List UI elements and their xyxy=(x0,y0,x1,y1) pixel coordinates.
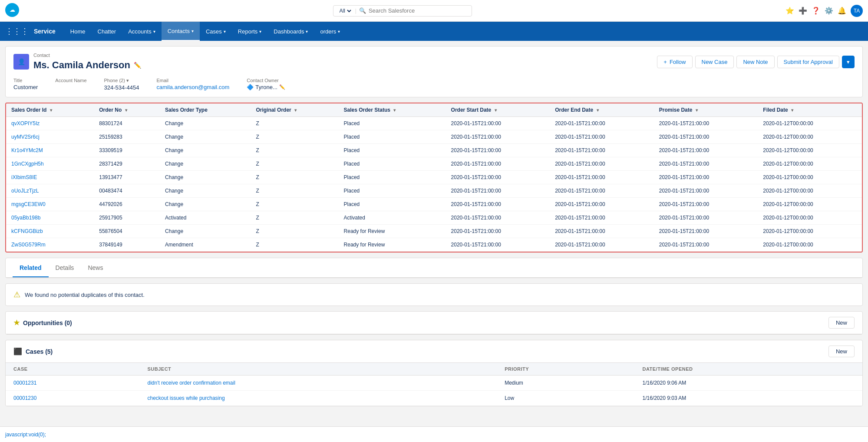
so-status-cell: Placed xyxy=(339,171,446,184)
accounts-chevron-icon: ▾ xyxy=(153,29,155,34)
favorites-icon[interactable]: ⭐ xyxy=(785,7,794,15)
cases-col-subject: SUBJECT xyxy=(139,363,497,376)
table-header-row: Sales Order Id ▾ Order No ▾ Sales Order … xyxy=(6,103,862,117)
so-end-cell: 2020-01-15T21:00:00 xyxy=(550,157,654,171)
field-account-name: Account Name xyxy=(55,78,86,91)
contact-fields: Title Customer Account Name Phone (2) ▾ … xyxy=(13,78,855,91)
so-id-cell[interactable]: ZwS0G579Rm xyxy=(6,238,94,252)
so-start-cell: 2020-01-15T21:00:00 xyxy=(446,198,550,211)
field-phone: Phone (2) ▾ 324-534-4454 xyxy=(104,78,139,91)
app-grid-icon[interactable]: ⋮⋮⋮ xyxy=(5,27,29,36)
contact-actions: + Follow New Case New Note Submit for Ap… xyxy=(657,56,855,68)
tab-news[interactable]: News xyxy=(81,258,110,277)
add-icon[interactable]: ➕ xyxy=(799,7,807,15)
so-id-cell[interactable]: uyMV2Sr6cj xyxy=(6,130,94,144)
new-note-button[interactable]: New Note xyxy=(736,56,774,68)
so-end-cell: 2020-01-15T21:00:00 xyxy=(550,130,654,144)
notifications-icon[interactable]: 🔔 xyxy=(838,7,846,15)
so-order-no-cell: 33309519 xyxy=(94,144,160,157)
so-id-cell[interactable]: kCFNGGBizb xyxy=(6,225,94,238)
owner-icon: 🔷 xyxy=(247,84,254,90)
bottom-link[interactable]: javascript:void(0); xyxy=(5,432,46,438)
opportunities-title: ★ Opportunities (0) xyxy=(13,319,72,327)
cases-chevron-icon: ▾ xyxy=(224,29,226,34)
table-row: Kr1o4YMc2M 33309519 Change Z Placed 2020… xyxy=(6,144,862,157)
avatar-initials: TA xyxy=(854,8,860,14)
opportunities-new-button[interactable]: New xyxy=(828,317,855,329)
cases-col-case: CASE xyxy=(6,363,139,376)
so-id-cell[interactable]: 1GnCXgpH5h xyxy=(6,157,94,171)
nav-item-dashboards[interactable]: Dashboards ▾ xyxy=(267,22,314,41)
cases-header-row: CASE SUBJECT PRIORITY DATE/TIME OPENED xyxy=(6,363,862,376)
search-scope-select[interactable]: All xyxy=(338,7,353,14)
col-filed-date[interactable]: Filed Date ▾ xyxy=(758,103,862,117)
help-icon[interactable]: ❓ xyxy=(812,7,820,15)
cases-icon: ⬛ xyxy=(13,347,22,356)
col-promise-date[interactable]: Promise Date ▾ xyxy=(654,103,758,117)
follow-button[interactable]: + Follow xyxy=(657,56,692,68)
so-order-no-cell: 37849149 xyxy=(94,238,160,252)
owner-name[interactable]: Tyrone... xyxy=(255,84,277,90)
salesforce-logo[interactable]: ☁ xyxy=(5,3,19,18)
so-filed-cell: 2020-01-12T00:00:00 xyxy=(758,198,862,211)
col-order-end-date[interactable]: Order End Date ▾ xyxy=(550,103,654,117)
nav-item-home[interactable]: Home xyxy=(64,22,92,41)
search-input[interactable] xyxy=(369,7,467,14)
col-order-no[interactable]: Order No ▾ xyxy=(94,103,160,117)
so-id-cell[interactable]: iXIbimS8IE xyxy=(6,171,94,184)
actions-dropdown-button[interactable]: ▾ xyxy=(842,56,855,68)
so-id-cell[interactable]: 05yaBb198b xyxy=(6,211,94,225)
dashboards-chevron-icon: ▾ xyxy=(306,29,308,34)
search-icon: 🔍 xyxy=(359,7,366,14)
so-status-cell: Placed xyxy=(339,198,446,211)
so-end-cell: 2020-01-15T21:00:00 xyxy=(550,144,654,157)
so-id-cell[interactable]: mgsgCE3EW0 xyxy=(6,198,94,211)
nav-item-cases[interactable]: Cases ▾ xyxy=(200,22,232,41)
so-start-cell: 2020-01-15T21:00:00 xyxy=(446,117,550,130)
col-order-start-date[interactable]: Order Start Date ▾ xyxy=(446,103,550,117)
phone-dropdown-icon[interactable]: ▾ xyxy=(126,78,129,83)
topbar-right-actions: ⭐ ➕ ❓ ⚙️ 🔔 TA xyxy=(785,5,863,17)
case-subject-cell[interactable]: checkout issues while purchasing xyxy=(139,391,497,406)
so-status-cell: Ready for Review xyxy=(339,225,446,238)
nav-item-contacts[interactable]: Contacts ▾ xyxy=(162,22,200,41)
so-id-cell[interactable]: Kr1o4YMc2M xyxy=(6,144,94,157)
so-start-cell: 2020-01-15T21:00:00 xyxy=(446,238,550,252)
so-end-cell: 2020-01-15T21:00:00 xyxy=(550,225,654,238)
nav-item-chatter[interactable]: Chatter xyxy=(92,22,122,41)
contact-type-icon: 👤 xyxy=(18,58,25,65)
nav-item-accounts[interactable]: Accounts ▾ xyxy=(122,22,161,41)
col-sales-order-type[interactable]: Sales Order Type xyxy=(160,103,251,117)
bottom-bar: javascript:void(0); xyxy=(0,426,868,442)
content-area: 👤 Contact Ms. Camila Anderson ✏️ + Follo… xyxy=(0,46,868,442)
so-filed-cell: 2020-01-12T00:00:00 xyxy=(758,117,862,130)
so-type-cell: Activated xyxy=(160,211,251,225)
case-no-cell[interactable]: 00001230 xyxy=(6,391,139,406)
user-avatar[interactable]: TA xyxy=(851,5,863,17)
nav-item-reports[interactable]: Reports ▾ xyxy=(232,22,268,41)
contact-edit-icon[interactable]: ✏️ xyxy=(134,62,141,69)
submit-approval-button[interactable]: Submit for Approval xyxy=(777,56,839,68)
owner-edit-icon[interactable]: ✏️ xyxy=(279,84,285,90)
duplicate-icon: ⚠ xyxy=(13,290,20,299)
col-sales-order-id[interactable]: Sales Order Id ▾ xyxy=(6,103,94,117)
so-id-cell[interactable]: qvXOPIY5Iz xyxy=(6,117,94,130)
tab-related[interactable]: Related xyxy=(13,258,49,277)
navigation-bar: ⋮⋮⋮ Service Home Chatter Accounts ▾ Cont… xyxy=(0,22,868,41)
col-sales-order-status[interactable]: Sales Order Status ▾ xyxy=(339,103,446,117)
settings-icon[interactable]: ⚙️ xyxy=(825,7,833,15)
so-end-cell: 2020-01-15T21:00:00 xyxy=(550,184,654,198)
case-subject-cell[interactable]: didn't receive order confirmation email xyxy=(139,376,497,391)
so-start-cell: 2020-01-15T21:00:00 xyxy=(446,211,550,225)
cases-new-button[interactable]: New xyxy=(828,346,855,357)
so-id-cell[interactable]: oUoJLzTjzL xyxy=(6,184,94,198)
col-original-order[interactable]: Original Order ▾ xyxy=(251,103,338,117)
tab-details[interactable]: Details xyxy=(49,258,81,277)
table-row: 00001231 didn't receive order confirmati… xyxy=(6,376,862,391)
so-order-no-cell: 88301724 xyxy=(94,117,160,130)
so-type-cell: Change xyxy=(160,184,251,198)
nav-item-orders[interactable]: orders ▾ xyxy=(314,22,346,41)
new-case-button[interactable]: New Case xyxy=(695,56,734,68)
case-no-cell[interactable]: 00001231 xyxy=(6,376,139,391)
so-status-cell: Placed xyxy=(339,117,446,130)
